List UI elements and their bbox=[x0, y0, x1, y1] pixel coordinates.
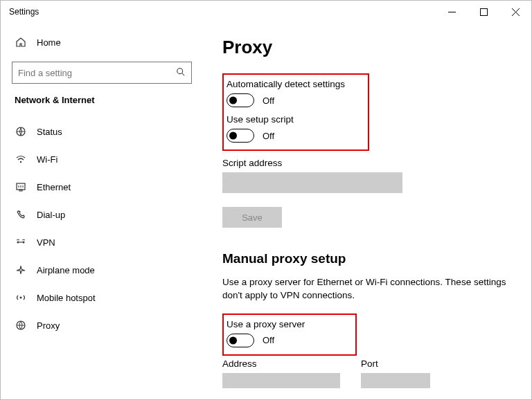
airplane-icon bbox=[15, 264, 27, 275]
sidebar-category: Network & Internet bbox=[15, 95, 195, 105]
minimize-button[interactable] bbox=[436, 1, 468, 23]
sidebar-home[interactable]: Home bbox=[9, 30, 195, 55]
svg-rect-1 bbox=[480, 8, 487, 15]
sidebar: Home Network & Internet Status Wi-Fi bbox=[1, 23, 203, 399]
sidebar-item-dialup[interactable]: Dial-up bbox=[9, 201, 195, 228]
svg-rect-10 bbox=[19, 190, 22, 191]
search-icon bbox=[176, 67, 186, 79]
address-input bbox=[222, 373, 340, 388]
highlight-auto-section: Automatically detect settings Off Use se… bbox=[222, 73, 369, 151]
titlebar: Settings bbox=[1, 1, 531, 23]
home-label: Home bbox=[37, 37, 61, 48]
save-button: Save bbox=[222, 207, 282, 228]
svg-point-4 bbox=[177, 68, 183, 73]
close-button[interactable] bbox=[499, 1, 531, 23]
page-title: Proxy bbox=[222, 37, 512, 58]
use-proxy-state: Off bbox=[263, 335, 274, 345]
manual-description: Use a proxy server for Ethernet or Wi-Fi… bbox=[222, 276, 512, 302]
window-controls bbox=[436, 1, 531, 23]
sidebar-item-airplane[interactable]: Airplane mode bbox=[9, 256, 195, 284]
status-icon bbox=[15, 126, 27, 137]
sidebar-item-label: Status bbox=[37, 127, 62, 137]
sidebar-item-hotspot[interactable]: Mobile hotspot bbox=[9, 284, 195, 311]
maximize-button[interactable] bbox=[468, 1, 499, 23]
proxy-icon bbox=[15, 320, 27, 331]
sidebar-item-label: Mobile hotspot bbox=[37, 293, 96, 303]
sidebar-item-label: VPN bbox=[37, 237, 55, 248]
sidebar-item-label: Dial-up bbox=[37, 210, 65, 220]
address-label: Address bbox=[222, 358, 340, 369]
ethernet-icon bbox=[15, 181, 27, 192]
auto-detect-label: Automatically detect settings bbox=[227, 79, 361, 89]
svg-point-17 bbox=[20, 297, 22, 299]
vpn-icon bbox=[15, 237, 27, 248]
wifi-icon bbox=[15, 154, 27, 165]
highlight-proxy-section: Use a proxy server Off bbox=[222, 313, 357, 356]
setup-script-state: Off bbox=[263, 131, 274, 141]
sidebar-item-vpn[interactable]: VPN bbox=[9, 228, 195, 256]
sidebar-item-label: Airplane mode bbox=[37, 265, 95, 275]
svg-point-8 bbox=[20, 161, 21, 163]
svg-point-14 bbox=[17, 242, 19, 244]
main-panel: Proxy Automatically detect settings Off … bbox=[203, 23, 531, 399]
setup-script-label: Use setup script bbox=[227, 114, 361, 125]
svg-point-15 bbox=[23, 242, 25, 244]
use-proxy-label: Use a proxy server bbox=[227, 319, 348, 329]
auto-detect-toggle[interactable] bbox=[227, 93, 254, 107]
hotspot-icon bbox=[15, 292, 27, 303]
sidebar-item-label: Wi-Fi bbox=[37, 154, 57, 165]
search-input[interactable] bbox=[18, 68, 176, 78]
use-proxy-toggle[interactable] bbox=[227, 334, 254, 347]
dialup-icon bbox=[15, 209, 27, 220]
port-label: Port bbox=[361, 358, 430, 369]
home-icon bbox=[15, 37, 27, 48]
auto-detect-state: Off bbox=[263, 96, 274, 106]
sidebar-item-wifi[interactable]: Wi-Fi bbox=[9, 145, 195, 173]
sidebar-nav: Status Wi-Fi Ethernet Dial-up bbox=[9, 118, 195, 339]
window-title: Settings bbox=[9, 7, 39, 17]
search-box[interactable] bbox=[12, 62, 192, 84]
sidebar-item-label: Ethernet bbox=[37, 182, 71, 192]
script-address-label: Script address bbox=[222, 158, 512, 168]
sidebar-item-proxy[interactable]: Proxy bbox=[9, 311, 195, 339]
sidebar-item-ethernet[interactable]: Ethernet bbox=[9, 173, 195, 201]
script-address-input bbox=[222, 172, 402, 193]
svg-line-5 bbox=[182, 73, 185, 75]
setup-script-toggle[interactable] bbox=[227, 129, 254, 143]
manual-heading: Manual proxy setup bbox=[222, 251, 512, 266]
sidebar-item-status[interactable]: Status bbox=[9, 118, 195, 145]
sidebar-item-label: Proxy bbox=[37, 320, 60, 331]
port-input bbox=[361, 373, 430, 388]
